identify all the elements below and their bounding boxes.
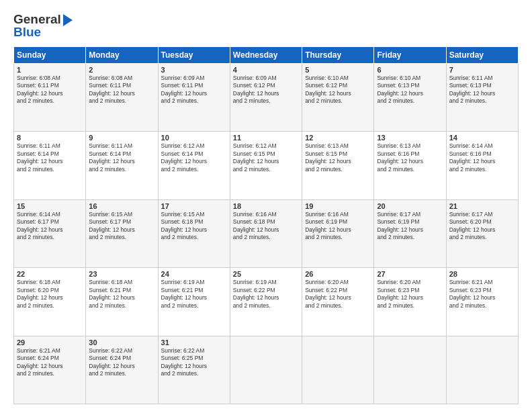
day-number: 27 [377, 270, 443, 278]
day-cell: 13Sunrise: 6:13 AM Sunset: 6:16 PM Dayli… [374, 132, 446, 199]
day-info: Sunrise: 6:20 AM Sunset: 6:22 PM Dayligh… [305, 279, 371, 310]
day-number: 31 [161, 338, 227, 347]
day-info: Sunrise: 6:10 AM Sunset: 6:13 PM Dayligh… [377, 75, 443, 105]
week-row-1: 1Sunrise: 6:08 AM Sunset: 6:11 PM Daylig… [14, 64, 519, 132]
day-number: 8 [17, 134, 83, 142]
day-number: 3 [161, 66, 227, 74]
day-info: Sunrise: 6:15 AM Sunset: 6:17 PM Dayligh… [89, 211, 154, 242]
day-cell: 8Sunrise: 6:11 AM Sunset: 6:14 PM Daylig… [14, 132, 86, 199]
day-info: Sunrise: 6:17 AM Sunset: 6:19 PM Dayligh… [377, 211, 443, 242]
day-cell: 19Sunrise: 6:16 AM Sunset: 6:19 PM Dayli… [302, 199, 374, 267]
day-info: Sunrise: 6:17 AM Sunset: 6:20 PM Dayligh… [449, 211, 515, 242]
day-info: Sunrise: 6:13 AM Sunset: 6:15 PM Dayligh… [305, 142, 371, 173]
day-cell [374, 336, 446, 404]
day-number: 12 [305, 134, 371, 142]
day-cell: 4Sunrise: 6:09 AM Sunset: 6:12 PM Daylig… [230, 64, 302, 132]
day-number: 7 [449, 66, 515, 74]
calendar-body: 1Sunrise: 6:08 AM Sunset: 6:11 PM Daylig… [14, 64, 519, 404]
day-cell: 18Sunrise: 6:16 AM Sunset: 6:18 PM Dayli… [230, 199, 302, 267]
day-cell: 14Sunrise: 6:14 AM Sunset: 6:16 PM Dayli… [446, 132, 518, 199]
day-number: 26 [305, 270, 371, 278]
day-number: 24 [161, 270, 227, 278]
header-day-thursday: Thursday [302, 47, 374, 64]
day-number: 6 [377, 66, 443, 74]
day-cell: 7Sunrise: 6:11 AM Sunset: 6:13 PM Daylig… [446, 64, 518, 132]
day-cell: 29Sunrise: 6:21 AM Sunset: 6:24 PM Dayli… [14, 336, 86, 404]
day-cell: 24Sunrise: 6:19 AM Sunset: 6:21 PM Dayli… [158, 268, 230, 336]
day-info: Sunrise: 6:19 AM Sunset: 6:22 PM Dayligh… [233, 279, 299, 310]
day-info: Sunrise: 6:22 AM Sunset: 6:25 PM Dayligh… [161, 347, 227, 378]
day-number: 13 [377, 134, 443, 142]
day-number: 1 [17, 66, 83, 74]
day-cell: 26Sunrise: 6:20 AM Sunset: 6:22 PM Dayli… [302, 268, 374, 336]
logo-triangle-icon [63, 14, 73, 26]
day-number: 9 [89, 134, 154, 142]
day-info: Sunrise: 6:11 AM Sunset: 6:14 PM Dayligh… [17, 142, 83, 173]
day-number: 20 [377, 202, 443, 210]
day-info: Sunrise: 6:09 AM Sunset: 6:11 PM Dayligh… [161, 75, 227, 105]
day-info: Sunrise: 6:16 AM Sunset: 6:19 PM Dayligh… [305, 211, 371, 242]
day-cell: 12Sunrise: 6:13 AM Sunset: 6:15 PM Dayli… [302, 132, 374, 199]
day-number: 2 [89, 66, 154, 74]
day-info: Sunrise: 6:11 AM Sunset: 6:14 PM Dayligh… [89, 142, 154, 173]
day-info: Sunrise: 6:11 AM Sunset: 6:13 PM Dayligh… [449, 75, 515, 105]
day-info: Sunrise: 6:12 AM Sunset: 6:14 PM Dayligh… [161, 142, 227, 173]
header-day-wednesday: Wednesday [230, 47, 302, 64]
day-number: 22 [17, 270, 83, 278]
day-number: 14 [449, 134, 515, 142]
day-number: 21 [449, 202, 515, 210]
day-cell: 28Sunrise: 6:21 AM Sunset: 6:23 PM Dayli… [446, 268, 518, 336]
header-day-saturday: Saturday [446, 47, 518, 64]
day-cell: 27Sunrise: 6:20 AM Sunset: 6:23 PM Dayli… [374, 268, 446, 336]
day-cell: 16Sunrise: 6:15 AM Sunset: 6:17 PM Dayli… [86, 199, 158, 267]
header-day-monday: Monday [86, 47, 158, 64]
logo: General Blue [13, 12, 73, 40]
day-number: 11 [233, 134, 299, 142]
day-cell: 5Sunrise: 6:10 AM Sunset: 6:12 PM Daylig… [302, 64, 374, 132]
day-cell: 22Sunrise: 6:18 AM Sunset: 6:20 PM Dayli… [14, 268, 86, 336]
day-info: Sunrise: 6:08 AM Sunset: 6:11 PM Dayligh… [17, 75, 83, 105]
week-row-4: 22Sunrise: 6:18 AM Sunset: 6:20 PM Dayli… [14, 268, 519, 336]
day-info: Sunrise: 6:16 AM Sunset: 6:18 PM Dayligh… [233, 211, 299, 242]
day-info: Sunrise: 6:18 AM Sunset: 6:20 PM Dayligh… [17, 279, 83, 310]
day-cell: 30Sunrise: 6:22 AM Sunset: 6:24 PM Dayli… [86, 336, 158, 404]
day-cell: 15Sunrise: 6:14 AM Sunset: 6:17 PM Dayli… [14, 199, 86, 267]
day-cell: 20Sunrise: 6:17 AM Sunset: 6:19 PM Dayli… [374, 199, 446, 267]
day-info: Sunrise: 6:18 AM Sunset: 6:21 PM Dayligh… [89, 279, 154, 310]
calendar-header: SundayMondayTuesdayWednesdayThursdayFrid… [14, 47, 519, 64]
day-number: 16 [89, 202, 154, 210]
day-cell [446, 336, 518, 404]
day-cell: 9Sunrise: 6:11 AM Sunset: 6:14 PM Daylig… [86, 132, 158, 199]
week-row-3: 15Sunrise: 6:14 AM Sunset: 6:17 PM Dayli… [14, 199, 519, 267]
day-cell: 2Sunrise: 6:08 AM Sunset: 6:11 PM Daylig… [86, 64, 158, 132]
day-number: 10 [161, 134, 227, 142]
day-info: Sunrise: 6:20 AM Sunset: 6:23 PM Dayligh… [377, 279, 443, 310]
day-cell: 21Sunrise: 6:17 AM Sunset: 6:20 PM Dayli… [446, 199, 518, 267]
logo-blue: Blue [13, 25, 41, 40]
day-cell: 25Sunrise: 6:19 AM Sunset: 6:22 PM Dayli… [230, 268, 302, 336]
day-info: Sunrise: 6:22 AM Sunset: 6:24 PM Dayligh… [89, 347, 154, 378]
day-cell: 11Sunrise: 6:12 AM Sunset: 6:15 PM Dayli… [230, 132, 302, 199]
day-cell: 17Sunrise: 6:15 AM Sunset: 6:18 PM Dayli… [158, 199, 230, 267]
day-number: 19 [305, 202, 371, 210]
day-cell: 10Sunrise: 6:12 AM Sunset: 6:14 PM Dayli… [158, 132, 230, 199]
header: General Blue [13, 12, 519, 40]
day-info: Sunrise: 6:13 AM Sunset: 6:16 PM Dayligh… [377, 142, 443, 173]
day-number: 25 [233, 270, 299, 278]
day-number: 29 [17, 338, 83, 347]
day-number: 23 [89, 270, 154, 278]
day-cell: 3Sunrise: 6:09 AM Sunset: 6:11 PM Daylig… [158, 64, 230, 132]
day-number: 30 [89, 338, 154, 347]
day-info: Sunrise: 6:10 AM Sunset: 6:12 PM Dayligh… [305, 75, 371, 105]
calendar-table: SundayMondayTuesdayWednesdayThursdayFrid… [13, 46, 519, 404]
day-info: Sunrise: 6:19 AM Sunset: 6:21 PM Dayligh… [161, 279, 227, 310]
day-info: Sunrise: 6:12 AM Sunset: 6:15 PM Dayligh… [233, 142, 299, 173]
day-info: Sunrise: 6:09 AM Sunset: 6:12 PM Dayligh… [233, 75, 299, 105]
day-number: 4 [233, 66, 299, 74]
header-day-tuesday: Tuesday [158, 47, 230, 64]
week-row-5: 29Sunrise: 6:21 AM Sunset: 6:24 PM Dayli… [14, 336, 519, 404]
day-number: 28 [449, 270, 515, 278]
day-info: Sunrise: 6:14 AM Sunset: 6:17 PM Dayligh… [17, 211, 83, 242]
day-number: 18 [233, 202, 299, 210]
page: General Blue SundayMondayTuesdayWednesda… [0, 0, 532, 411]
